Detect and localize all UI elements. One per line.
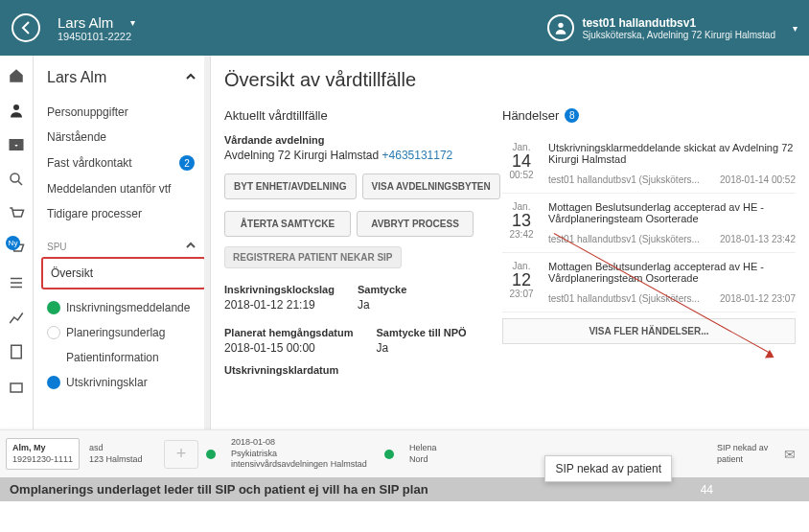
page-title: Översikt av vårdtillfälle — [224, 69, 796, 91]
sidebar-item-inskrivning[interactable]: Inskrivningsmeddelande — [47, 295, 200, 320]
content: Översikt av vårdtillfälle Aktuellt vårdt… — [211, 56, 809, 429]
status-dot-green-icon — [384, 450, 394, 459]
chevron-down-icon: ▾ — [793, 23, 797, 34]
event-title: Utskrivningsklarmeddelande skickat av Av… — [548, 142, 796, 165]
reg-time-label: Inskrivningsklockslag — [224, 284, 335, 295]
patient-id: 19450101-2222 — [58, 31, 135, 42]
bottom-person: Helena Nord — [409, 443, 448, 465]
event-title: Mottagen Beslutsunderlag accepterad av H… — [548, 201, 796, 224]
discharge-date-label: Utskrivningsklardatum — [224, 364, 483, 376]
sidebar-item-oversikt[interactable]: Översikt — [41, 257, 206, 289]
sidebar-item-fast-vardkontakt[interactable]: Fast vårdkontakt2 — [47, 150, 200, 176]
sidebar-section-spu: SPU — [47, 240, 200, 253]
status-dot-blue-icon — [47, 376, 60, 389]
events-heading: Händelser 8 — [502, 108, 796, 123]
archive-icon[interactable] — [8, 378, 25, 395]
cancel-process-button[interactable]: AVBRYT PROCESS — [357, 211, 474, 237]
list-icon[interactable] — [8, 274, 25, 291]
consent-value: Ja — [358, 298, 463, 312]
ward-label: Vårdande avdelning — [224, 134, 483, 146]
chart-icon[interactable] — [8, 309, 25, 326]
svg-rect-4 — [11, 383, 22, 392]
event-row[interactable]: Jan. 14 00:52 Utskrivningsklarmeddelande… — [502, 134, 796, 194]
scrollbar[interactable] — [204, 56, 210, 429]
bottom-ward-name: Psykiatriska intensivvårdsavdelningen Ha… — [231, 449, 375, 471]
footer: Omplanerings underlaget leder till SIP o… — [0, 477, 809, 501]
new-badge: Ny — [6, 236, 20, 250]
sidebar-item-tidigare-processer[interactable]: Tidigare processer — [47, 201, 200, 226]
app-header: Lars Alm ▾ 19450101-2222 test01 hallandu… — [0, 0, 809, 56]
sidebar-item-planering[interactable]: Planeringsunderlag — [47, 320, 200, 345]
bottom-asd: asd — [89, 443, 147, 454]
main-layout: Ny Lars Alm Personuppgifter Närstående F… — [0, 56, 809, 429]
events-count-badge: 8 — [565, 108, 579, 123]
consent-npo-label: Samtycke till NPÖ — [376, 327, 481, 338]
events-column: Händelser 8 Jan. 14 00:52 Utskrivningskl… — [502, 108, 796, 379]
show-more-events-button[interactable]: VISA FLER HÄNDELSER... — [502, 318, 796, 344]
status-dot-green-icon — [47, 301, 60, 314]
reg-time-value: 2018-01-12 21:19 — [224, 298, 335, 312]
user-name: test01 hallandutbsv1 — [582, 16, 775, 30]
sidebar-item-meddelanden[interactable]: Meddelanden utanför vtf — [47, 176, 200, 201]
chevron-down-icon: ▾ — [130, 17, 135, 28]
event-date: Jan. 12 23:07 — [502, 261, 541, 304]
chevron-left-icon — [21, 21, 31, 35]
sidebar-item-narstaende[interactable]: Närstående — [47, 125, 200, 150]
bottom-sip-status: SIP nekad av patient — [717, 443, 774, 465]
person-icon[interactable] — [8, 102, 25, 119]
patient-info[interactable]: Lars Alm ▾ 19450101-2222 — [58, 14, 135, 42]
user-menu[interactable]: test01 hallandutbsv1 Sjuksköterska, Avde… — [547, 14, 797, 41]
page-number: 44 — [701, 483, 713, 497]
change-unit-button[interactable]: BYT ENHET/AVDELNING — [224, 173, 357, 199]
sidebar-item-patientinfo[interactable]: Patientinformation — [47, 345, 200, 370]
left-column: Aktuellt vårdtillfälle Vårdande avdelnin… — [224, 108, 483, 379]
ward-value: Avdelning 72 Kirurgi Halmstad +463513117… — [224, 149, 483, 162]
bottom-ward-date: 2018-01-08 — [231, 437, 375, 449]
sidebar-title: Lars Alm — [47, 69, 200, 86]
event-user: test01 hallandutbsv1 (Sjuksköters... — [548, 174, 700, 185]
chevron-up-icon[interactable] — [185, 240, 196, 253]
mail-icon[interactable]: ✉ — [784, 447, 803, 462]
svg-point-2 — [11, 173, 19, 182]
show-unit-changes-button[interactable]: VISA AVDELNINGSBYTEN — [362, 173, 500, 199]
svg-point-0 — [559, 23, 564, 28]
chevron-up-icon[interactable] — [185, 69, 196, 86]
event-timestamp: 2018-01-12 23:07 — [720, 293, 796, 304]
sidebar: Lars Alm Personuppgifter Närstående Fast… — [34, 56, 211, 429]
event-title: Mottagen Beslutsunderlag accepterad av H… — [548, 261, 796, 284]
consent-npo-value: Ja — [376, 341, 481, 355]
doc-icon[interactable] — [8, 343, 25, 360]
add-button[interactable]: + — [164, 440, 198, 469]
svg-rect-3 — [12, 345, 22, 359]
sidebar-item-personuppgifter[interactable]: Personuppgifter — [47, 100, 200, 125]
footer-text: Omplanerings underlaget leder till SIP o… — [10, 482, 428, 497]
event-timestamp: 2018-01-14 00:52 — [720, 174, 796, 185]
user-avatar-icon — [547, 14, 574, 41]
event-timestamp: 2018-01-13 23:42 — [720, 234, 796, 244]
event-date: Jan. 13 23:42 — [502, 201, 541, 244]
sip-tooltip: SIP nekad av patient — [544, 455, 672, 482]
ward-phone-link[interactable]: +4635131172 — [382, 149, 453, 162]
event-date: Jan. 14 00:52 — [502, 142, 541, 185]
back-button[interactable] — [12, 13, 40, 42]
home-icon[interactable] — [8, 67, 25, 84]
bottom-patient-box[interactable]: Alm, My 19291230-1111 — [6, 438, 80, 470]
event-row[interactable]: Jan. 12 23:07 Mottagen Beslutsunderlag a… — [502, 253, 796, 312]
count-badge: 2 — [179, 155, 195, 171]
icon-rail: Ny — [0, 56, 34, 429]
cart-icon[interactable] — [8, 205, 25, 222]
sidebar-item-utskrivningsklar[interactable]: Utskrivningsklar — [47, 370, 200, 395]
svg-point-1 — [13, 104, 19, 110]
search-icon[interactable] — [8, 171, 25, 188]
status-dot-green-icon — [206, 450, 216, 459]
inbox-icon[interactable] — [8, 136, 25, 153]
bottom-asd-loc: 123 Halmstad — [89, 454, 147, 466]
revoke-consent-button[interactable]: ÅTERTA SAMTYCKE — [224, 211, 351, 237]
current-care-heading: Aktuellt vårdtillfälle — [224, 108, 483, 123]
status-dot-empty-icon — [47, 326, 60, 339]
planned-date-label: Planerat hemgångsdatum — [224, 327, 353, 338]
planned-date-value: 2018-01-15 00:00 — [224, 341, 353, 355]
event-row[interactable]: Jan. 13 23:42 Mottagen Beslutsunderlag a… — [502, 194, 796, 253]
consent-label: Samtycke — [358, 284, 463, 295]
register-deny-sip-button[interactable]: REGISTRERA PATIENT NEKAR SIP — [224, 246, 402, 268]
